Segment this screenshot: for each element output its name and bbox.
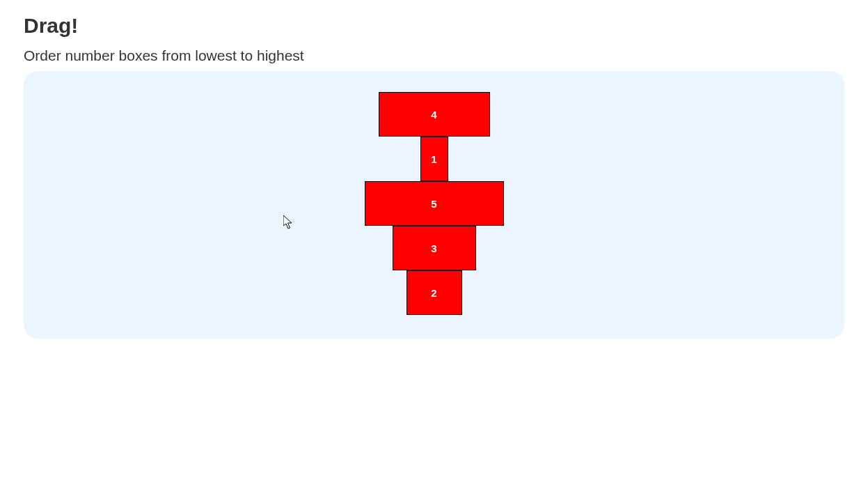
number-box[interactable]: 4 [379,92,490,137]
instructions-text: Order number boxes from lowest to highes… [24,47,844,64]
number-box[interactable]: 2 [407,270,462,315]
number-box[interactable]: 5 [365,181,504,226]
number-box[interactable]: 1 [420,137,448,181]
number-box[interactable]: 3 [393,226,476,270]
page-title: Drag! [24,14,844,38]
drag-arena: 4 1 5 3 2 [24,71,844,339]
